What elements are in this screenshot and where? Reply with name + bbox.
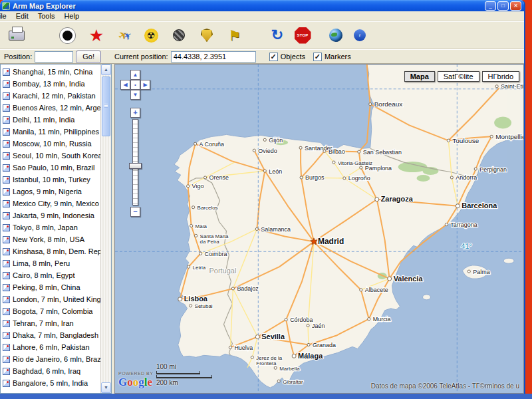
city-label: Murcia (373, 316, 391, 323)
radiation-button[interactable]: ☢ (140, 23, 162, 47)
mine-button[interactable] (168, 23, 190, 47)
city-list-item[interactable]: Shanghai, 15 mln, China (1, 66, 100, 78)
city-list-item-label: Rio de Janeiro, 6 mln, Brazil (13, 355, 100, 363)
menu-file[interactable]: File (0, 11, 11, 21)
record-button[interactable] (56, 23, 78, 47)
city-dot (490, 135, 493, 138)
city-list-item[interactable]: Jakarta, 9 mln, Indonesia (1, 209, 100, 221)
scroll-down-button[interactable]: ▼ (101, 382, 111, 393)
list-scrollbar[interactable]: ▲ ▼ (100, 65, 111, 393)
map-pin-icon (3, 200, 10, 207)
city-list-item[interactable]: Manila, 11 mln, Philippines (1, 126, 100, 138)
city-label: Badajoz (237, 285, 259, 292)
city-list-item[interactable]: Seoul, 10 mln, South Korea (1, 150, 100, 162)
city-list-item[interactable]: Tehran, 7 mln, Iran (1, 317, 100, 329)
menu-tools[interactable]: Tools (33, 11, 60, 21)
star-button[interactable]: ★ (85, 23, 108, 47)
latitude-label: 41° (461, 242, 472, 250)
city-list-item[interactable]: Bangalore, 5 mln, India (1, 377, 100, 389)
menu-edit[interactable]: Edit (11, 11, 33, 21)
objects-checkbox[interactable]: ✓ (269, 53, 278, 61)
map-pin-icon (3, 92, 10, 100)
pan-center-button[interactable]: • (130, 80, 140, 90)
city-list-item[interactable]: Mexico City, 9 mln, Mexico (1, 198, 100, 209)
city-dot (178, 297, 182, 301)
stop-button[interactable]: STOP (291, 23, 314, 47)
city-label: Toulouse (452, 137, 479, 144)
city-label: Oviedo (258, 148, 277, 154)
city-list-item-label: Peking, 8 mln, China (13, 283, 80, 291)
position-input[interactable] (35, 51, 73, 63)
city-list-item[interactable]: Lagos, 9 mln, Nigeria (1, 186, 100, 198)
map-type-mapa[interactable]: Mapa (404, 71, 435, 82)
map-type-satellite[interactable]: SatΓ©lite (438, 71, 479, 82)
city-list-item[interactable]: Baghdad, 6 mln, Iraq (1, 365, 100, 377)
globe-icon (329, 29, 342, 42)
city-dot (450, 176, 453, 179)
planes-button[interactable]: ✈ (112, 23, 134, 47)
city-list-item-label: Baghdad, 6 mln, Iraq (13, 367, 80, 375)
badge-button[interactable] (196, 23, 218, 47)
google-logo[interactable]: POWERED BY Google (118, 371, 153, 389)
maximize-button[interactable]: □ (497, 1, 509, 11)
map-pin-icon (3, 344, 10, 351)
zoom-slider-handle[interactable] (129, 163, 142, 169)
city-list-item[interactable]: New York, 8 mln, USA (1, 233, 100, 245)
pan-down-button[interactable]: ▼ (130, 90, 140, 100)
city-list-item[interactable]: Lima, 8 mln, Peru (1, 257, 100, 269)
menubar: FileEditToolsHelp (0, 11, 524, 21)
pan-up-button[interactable]: ▲ (130, 70, 140, 80)
city-list-item-label: Manila, 11 mln, Philippines (13, 128, 99, 136)
zoom-in-button[interactable]: + (130, 108, 140, 118)
scroll-thumb[interactable] (102, 76, 110, 136)
city-list-item[interactable]: Cairo, 8 mln, Egypt (1, 269, 100, 281)
pan-right-button[interactable]: ▶ (140, 80, 150, 90)
flag-button[interactable]: ⚑ (223, 23, 246, 47)
city-list-item[interactable]: Istanbul, 10 mln, Turkey (1, 174, 100, 186)
city-list-item[interactable]: Buenos Aires, 12 mln, Argentina (1, 102, 100, 114)
city-list-item[interactable]: Moscow, 10 mln, Russia (1, 138, 100, 150)
city-label: Madrid (318, 237, 344, 246)
city-list-item[interactable]: Rio de Janeiro, 6 mln, Brazil (1, 353, 100, 365)
city-dot (203, 176, 206, 179)
city-label: Lisboa (184, 295, 208, 303)
map-pin-icon (3, 152, 10, 160)
city-list-item[interactable]: Tokyo, 8 mln, Japan (1, 221, 100, 233)
menu-help[interactable]: Help (59, 11, 84, 21)
city-list-item[interactable]: Dhaka, 7 mln, Bangladesh (1, 329, 100, 341)
zoom-out-button[interactable]: − (130, 207, 140, 217)
info-button[interactable]: i (348, 23, 371, 47)
city-list-item[interactable]: Karachi, 12 mln, Pakistan (1, 90, 100, 102)
globe-button[interactable] (325, 23, 347, 47)
print-button[interactable] (5, 23, 28, 47)
city-dot (343, 177, 346, 180)
go-button[interactable]: Go! (76, 51, 101, 63)
city-list-item[interactable]: Bombay, 13 mln, India (1, 78, 100, 90)
city-list-item-label: Bogota, 7 mln, Colombia (13, 307, 92, 315)
city-list-item[interactable]: Kinshasa, 8 mln, Dem. Rep. Congo (1, 245, 100, 257)
city-list-item[interactable]: Lahore, 6 mln, Pakistan (1, 341, 100, 353)
minimize-button[interactable]: _ (485, 1, 496, 11)
zoom-slider-track[interactable] (132, 119, 138, 205)
city-dot (263, 138, 266, 141)
city-label: A Coruña (200, 141, 224, 148)
city-label: Sevilla (261, 332, 285, 340)
map-city-perpignan: Perpignan (474, 166, 507, 173)
city-dot (188, 265, 190, 268)
city-list-item[interactable]: London, 7 mln, United Kingdom (1, 293, 100, 305)
refresh-button[interactable]: ↻ (266, 23, 289, 47)
city-list-item[interactable]: Sao Paulo, 10 mln, Brazil (1, 162, 100, 174)
city-dot (263, 170, 266, 172)
map-canvas[interactable]: 41° Portugal Saint-EtienneBordeauxToulou… (114, 64, 524, 394)
scroll-up-button[interactable]: ▲ (101, 65, 111, 75)
current-position-input[interactable] (171, 51, 256, 63)
close-button[interactable]: ✕ (510, 1, 521, 11)
map-type-hybrid[interactable]: HΓ­brido (482, 71, 519, 82)
pan-left-button[interactable]: ◀ (120, 80, 130, 90)
markers-checkbox[interactable]: ✓ (313, 53, 322, 61)
city-list-item[interactable]: Bogota, 7 mln, Colombia (1, 305, 100, 317)
titlebar[interactable]: Arm Map Explorer _□✕ (0, 0, 524, 11)
city-list-item[interactable]: Delhi, 11 mln, India (1, 114, 100, 126)
map-pin-icon (3, 368, 10, 375)
city-list-item[interactable]: Peking, 8 mln, China (1, 281, 100, 293)
